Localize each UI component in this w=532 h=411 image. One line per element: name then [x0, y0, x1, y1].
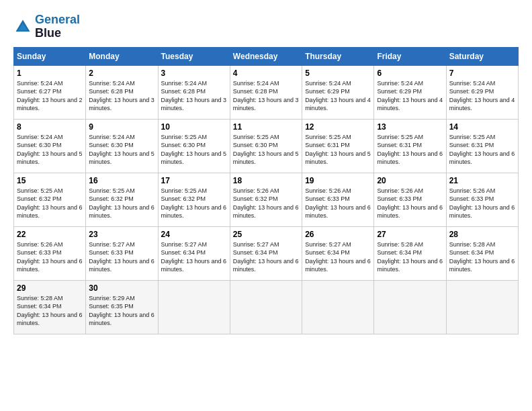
day-info: Sunrise: 5:25 AM Sunset: 6:32 PM Dayligh… [17, 187, 83, 220]
day-number: 15 [17, 176, 83, 185]
day-number: 26 [305, 230, 371, 239]
calendar-cell: 11 Sunrise: 5:25 AM Sunset: 6:30 PM Dayl… [230, 119, 302, 173]
day-info: Sunrise: 5:24 AM Sunset: 6:29 PM Dayligh… [449, 79, 515, 113]
day-number: 10 [161, 122, 227, 132]
calendar-cell: 26 Sunrise: 5:27 AM Sunset: 6:34 PM Dayl… [302, 226, 374, 280]
day-info: Sunrise: 5:29 AM Sunset: 6:35 PM Dayligh… [89, 294, 154, 328]
day-info: Sunrise: 5:28 AM Sunset: 6:34 PM Dayligh… [17, 294, 83, 328]
header-row: SundayMondayTuesdayWednesdayThursdayFrid… [14, 47, 519, 65]
calendar-cell: 14 Sunrise: 5:25 AM Sunset: 6:31 PM Dayl… [446, 119, 518, 173]
day-info: Sunrise: 5:25 AM Sunset: 6:30 PM Dayligh… [233, 133, 299, 167]
day-info: Sunrise: 5:25 AM Sunset: 6:31 PM Dayligh… [305, 133, 371, 167]
header: General Blue [13, 13, 519, 40]
calendar-cell: 19 Sunrise: 5:26 AM Sunset: 6:33 PM Dayl… [302, 173, 374, 226]
column-header-saturday: Saturday [446, 47, 518, 65]
calendar-cell: 23 Sunrise: 5:27 AM Sunset: 6:33 PM Dayl… [86, 226, 158, 280]
calendar-cell: 15 Sunrise: 5:25 AM Sunset: 6:32 PM Dayl… [14, 173, 86, 226]
calendar-table: SundayMondayTuesdayWednesdayThursdayFrid… [13, 47, 519, 334]
day-info: Sunrise: 5:27 AM Sunset: 6:34 PM Dayligh… [161, 240, 227, 274]
day-info: Sunrise: 5:27 AM Sunset: 6:34 PM Dayligh… [305, 240, 371, 274]
calendar-cell: 6 Sunrise: 5:24 AM Sunset: 6:29 PM Dayli… [374, 65, 446, 119]
day-info: Sunrise: 5:25 AM Sunset: 6:32 PM Dayligh… [89, 187, 154, 220]
day-info: Sunrise: 5:25 AM Sunset: 6:30 PM Dayligh… [161, 133, 227, 167]
calendar-cell: 17 Sunrise: 5:25 AM Sunset: 6:32 PM Dayl… [158, 173, 230, 226]
calendar-cell: 8 Sunrise: 5:24 AM Sunset: 6:30 PM Dayli… [14, 119, 86, 173]
column-header-friday: Friday [374, 47, 446, 65]
day-info: Sunrise: 5:24 AM Sunset: 6:28 PM Dayligh… [161, 79, 227, 113]
day-info: Sunrise: 5:27 AM Sunset: 6:34 PM Dayligh… [233, 240, 299, 274]
day-number: 28 [449, 230, 515, 239]
day-number: 24 [161, 230, 227, 239]
day-number: 9 [89, 122, 154, 132]
column-header-thursday: Thursday [302, 47, 374, 65]
column-header-monday: Monday [86, 47, 158, 65]
column-header-wednesday: Wednesday [230, 47, 302, 65]
day-number: 7 [449, 68, 515, 78]
day-number: 12 [305, 122, 371, 132]
day-info: Sunrise: 5:24 AM Sunset: 6:28 PM Dayligh… [89, 79, 154, 113]
day-number: 18 [233, 176, 299, 185]
day-number: 21 [449, 176, 515, 185]
column-header-tuesday: Tuesday [158, 47, 230, 65]
day-number: 2 [89, 68, 154, 78]
day-info: Sunrise: 5:24 AM Sunset: 6:30 PM Dayligh… [17, 133, 83, 167]
day-number: 6 [377, 68, 443, 78]
week-row-3: 15 Sunrise: 5:25 AM Sunset: 6:32 PM Dayl… [14, 173, 519, 226]
day-number: 22 [17, 230, 83, 239]
week-row-4: 22 Sunrise: 5:26 AM Sunset: 6:33 PM Dayl… [14, 226, 519, 280]
calendar-cell: 28 Sunrise: 5:28 AM Sunset: 6:34 PM Dayl… [446, 226, 518, 280]
calendar-cell: 27 Sunrise: 5:28 AM Sunset: 6:34 PM Dayl… [374, 226, 446, 280]
calendar-cell: 12 Sunrise: 5:25 AM Sunset: 6:31 PM Dayl… [302, 119, 374, 173]
day-info: Sunrise: 5:24 AM Sunset: 6:29 PM Dayligh… [377, 79, 443, 113]
day-number: 5 [305, 68, 371, 78]
week-row-2: 8 Sunrise: 5:24 AM Sunset: 6:30 PM Dayli… [14, 119, 519, 173]
day-info: Sunrise: 5:25 AM Sunset: 6:32 PM Dayligh… [161, 187, 227, 220]
calendar-cell: 5 Sunrise: 5:24 AM Sunset: 6:29 PM Dayli… [302, 65, 374, 119]
day-info: Sunrise: 5:24 AM Sunset: 6:27 PM Dayligh… [17, 79, 83, 113]
day-info: Sunrise: 5:24 AM Sunset: 6:29 PM Dayligh… [305, 79, 371, 113]
day-number: 30 [89, 283, 154, 293]
day-number: 27 [377, 230, 443, 239]
calendar-cell: 1 Sunrise: 5:24 AM Sunset: 6:27 PM Dayli… [14, 65, 86, 119]
day-number: 11 [233, 122, 299, 132]
calendar-cell: 30 Sunrise: 5:29 AM Sunset: 6:35 PM Dayl… [86, 280, 158, 334]
day-number: 29 [17, 283, 83, 293]
calendar-cell: 18 Sunrise: 5:26 AM Sunset: 6:32 PM Dayl… [230, 173, 302, 226]
day-number: 16 [89, 176, 154, 185]
calendar-cell: 24 Sunrise: 5:27 AM Sunset: 6:34 PM Dayl… [158, 226, 230, 280]
day-info: Sunrise: 5:28 AM Sunset: 6:34 PM Dayligh… [377, 240, 443, 274]
day-info: Sunrise: 5:26 AM Sunset: 6:33 PM Dayligh… [377, 187, 443, 220]
calendar-cell [374, 280, 446, 334]
calendar-cell: 21 Sunrise: 5:26 AM Sunset: 6:33 PM Dayl… [446, 173, 518, 226]
day-number: 13 [377, 122, 443, 132]
day-info: Sunrise: 5:26 AM Sunset: 6:32 PM Dayligh… [233, 187, 299, 220]
day-number: 17 [161, 176, 227, 185]
day-number: 3 [161, 68, 227, 78]
calendar-cell: 25 Sunrise: 5:27 AM Sunset: 6:34 PM Dayl… [230, 226, 302, 280]
column-header-sunday: Sunday [14, 47, 86, 65]
calendar-cell: 29 Sunrise: 5:28 AM Sunset: 6:34 PM Dayl… [14, 280, 86, 334]
day-info: Sunrise: 5:25 AM Sunset: 6:31 PM Dayligh… [377, 133, 443, 167]
calendar-cell [302, 280, 374, 334]
calendar-cell: 3 Sunrise: 5:24 AM Sunset: 6:28 PM Dayli… [158, 65, 230, 119]
day-number: 23 [89, 230, 154, 239]
calendar-cell [158, 280, 230, 334]
day-number: 8 [17, 122, 83, 132]
day-number: 14 [449, 122, 515, 132]
day-info: Sunrise: 5:24 AM Sunset: 6:30 PM Dayligh… [89, 133, 154, 167]
day-info: Sunrise: 5:25 AM Sunset: 6:31 PM Dayligh… [449, 133, 515, 167]
calendar-cell: 22 Sunrise: 5:26 AM Sunset: 6:33 PM Dayl… [14, 226, 86, 280]
logo-text: General Blue [35, 13, 80, 40]
day-number: 4 [233, 68, 299, 78]
day-number: 25 [233, 230, 299, 239]
calendar-cell: 10 Sunrise: 5:25 AM Sunset: 6:30 PM Dayl… [158, 119, 230, 173]
week-row-1: 1 Sunrise: 5:24 AM Sunset: 6:27 PM Dayli… [14, 65, 519, 119]
day-number: 19 [305, 176, 371, 185]
calendar-cell: 9 Sunrise: 5:24 AM Sunset: 6:30 PM Dayli… [86, 119, 158, 173]
calendar-cell [446, 280, 518, 334]
day-info: Sunrise: 5:28 AM Sunset: 6:34 PM Dayligh… [449, 240, 515, 274]
logo-icon [13, 17, 32, 36]
day-info: Sunrise: 5:24 AM Sunset: 6:28 PM Dayligh… [233, 79, 299, 113]
logo: General Blue [13, 13, 80, 40]
day-number: 1 [17, 68, 83, 78]
